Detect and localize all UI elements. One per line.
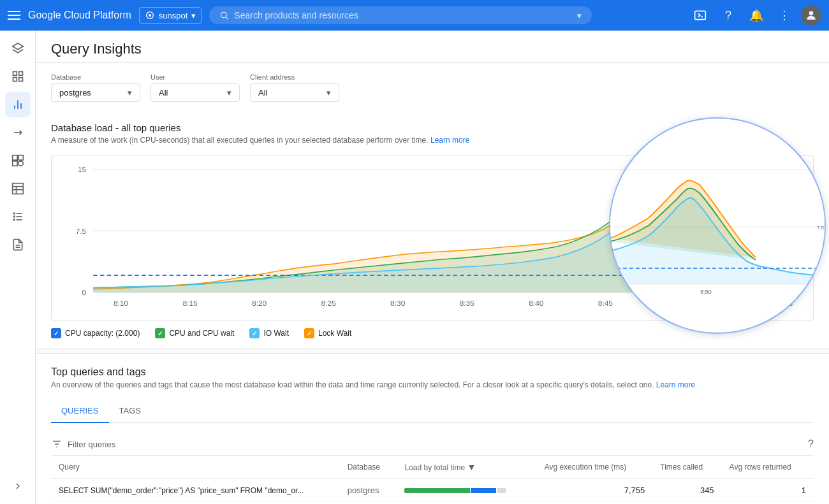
svg-line-3 xyxy=(226,17,228,19)
project-name: sunspot xyxy=(159,11,188,20)
sidebar-item-traffic[interactable] xyxy=(5,120,31,145)
tab-tags[interactable]: TAGS xyxy=(109,400,151,423)
svg-text:8:40: 8:40 xyxy=(529,299,544,308)
filter-client-select[interactable]: All ▾ xyxy=(250,83,339,102)
filter-user-value: All xyxy=(159,88,168,97)
svg-rect-10 xyxy=(13,78,17,82)
svg-text:7.5: 7.5 xyxy=(817,225,825,231)
cell-avg-exec: 14,975 xyxy=(537,502,653,505)
filter-row: Filter queries ? xyxy=(51,433,814,456)
page-header: Query Insights xyxy=(36,31,829,63)
svg-point-0 xyxy=(149,14,151,17)
queries-table: Query Database Load by total time ▼ Avg … xyxy=(51,456,814,504)
cell-times-called: 155 xyxy=(652,502,721,505)
filter-queries-button[interactable]: Filter queries xyxy=(51,438,115,450)
filters-bar: Database postgres ▾ User All ▾ Client ad… xyxy=(36,63,829,112)
hamburger-menu[interactable] xyxy=(8,11,20,20)
filter-database: Database postgres ▾ xyxy=(51,73,140,102)
svg-text:0: 0 xyxy=(82,288,87,297)
sidebar-item-table[interactable] xyxy=(5,176,31,201)
svg-text:8:20: 8:20 xyxy=(252,299,267,308)
legend-cpu-wait-checkbox: ✓ xyxy=(155,328,165,338)
chart-container: 15 7.5 0 xyxy=(51,155,814,320)
legend-cpu-capacity-label: CPU capacity: (2.000) xyxy=(65,329,140,338)
legend-cpu-wait[interactable]: ✓ CPU and CPU wait xyxy=(155,328,234,338)
queries-learn-more-link[interactable]: Learn more xyxy=(656,380,695,389)
chart-learn-more-link[interactable]: Learn more xyxy=(430,136,469,145)
filter-client-address: Client address All ▾ xyxy=(250,73,339,102)
search-expand-icon: ▾ xyxy=(577,11,582,20)
cell-avg-exec: 7,755 xyxy=(537,479,653,502)
svg-text:15: 15 xyxy=(818,168,824,173)
avatar[interactable] xyxy=(801,5,821,25)
cloud-shell-icon[interactable] xyxy=(689,4,712,27)
svg-text:15: 15 xyxy=(78,165,87,174)
nav-icons: ? 🔔 ⋮ xyxy=(689,4,821,27)
legend-cpu-capacity[interactable]: ✓ CPU capacity: (2.000) xyxy=(51,328,140,338)
legend-lock-wait-checkbox: ✓ xyxy=(304,328,314,338)
sidebar-item-report[interactable] xyxy=(5,232,31,257)
queries-tabs: QUERIES TAGS xyxy=(51,400,814,423)
search-icon xyxy=(219,10,229,20)
filter-queries-label: Filter queries xyxy=(68,440,115,449)
sidebar-item-dashboard[interactable] xyxy=(5,64,31,89)
col-load[interactable]: Load by total time ▼ xyxy=(397,456,536,479)
col-avg-rows: Avg rows returned xyxy=(722,456,814,479)
brand-name: Google Cloud Platform xyxy=(28,10,131,21)
filter-user-select[interactable]: All ▾ xyxy=(150,83,240,102)
chart-subtitle: A measure of the work (in CPU-seconds) t… xyxy=(51,136,814,145)
tab-queries[interactable]: QUERIES xyxy=(51,400,109,423)
search-bar[interactable]: ▾ xyxy=(209,6,592,24)
svg-text:8:50: 8:50 xyxy=(667,299,682,308)
chart-svg: 15 7.5 0 xyxy=(52,155,813,320)
more-icon[interactable]: ⋮ xyxy=(773,4,796,27)
filter-database-label: Database xyxy=(51,73,140,81)
col-query: Query xyxy=(51,456,340,479)
filter-database-value: postgres xyxy=(59,88,91,97)
project-selector[interactable]: sunspot ▾ xyxy=(139,7,202,24)
legend-io-wait[interactable]: ✓ IO Wait xyxy=(249,328,289,338)
project-dropdown-icon: ▾ xyxy=(191,11,196,20)
top-nav: Google Cloud Platform sunspot ▾ ▾ ? 🔔 ⋮ xyxy=(0,0,829,31)
sidebar-item-widgets[interactable] xyxy=(5,148,31,173)
legend-cpu-wait-label: CPU and CPU wait xyxy=(169,329,234,338)
chart-section: Database load - all top queries A measur… xyxy=(36,112,829,349)
cell-database: postgres xyxy=(340,502,397,505)
table-header-row: Query Database Load by total time ▼ Avg … xyxy=(51,456,814,479)
cell-load xyxy=(397,502,536,505)
filter-user-label: User xyxy=(150,73,240,81)
svg-text:9:05: 9:05 xyxy=(778,299,793,308)
notifications-icon[interactable]: 🔔 xyxy=(745,4,768,27)
filter-client-label: Client address xyxy=(250,73,339,81)
chart-title: Database load - all top queries xyxy=(51,122,814,133)
search-input[interactable] xyxy=(234,10,572,20)
svg-rect-8 xyxy=(13,72,17,76)
filter-user: User All ▾ xyxy=(150,73,240,102)
cell-database: postgres xyxy=(340,479,397,502)
svg-point-29 xyxy=(13,219,15,220)
help-icon[interactable]: ? xyxy=(717,4,740,27)
sidebar-item-insights[interactable] xyxy=(5,92,31,117)
table-row[interactable]: UPDATE "demo_customer" SET "balance" = (… xyxy=(51,502,814,505)
load-bar-segment xyxy=(404,488,470,493)
cell-load xyxy=(397,479,536,502)
sidebar-item-layers[interactable] xyxy=(5,36,31,61)
legend-lock-wait[interactable]: ✓ Lock Wait xyxy=(304,328,351,338)
legend-io-wait-checkbox: ✓ xyxy=(249,328,260,338)
svg-rect-16 xyxy=(12,155,17,161)
filter-icon xyxy=(51,438,62,450)
legend-lock-wait-label: Lock Wait xyxy=(318,329,351,338)
svg-text:8:15: 8:15 xyxy=(182,299,198,308)
table-row[interactable]: SELECT SUM("demo_order":"price") AS "pri… xyxy=(51,479,814,502)
svg-rect-9 xyxy=(18,72,22,76)
table-help-icon[interactable]: ? xyxy=(808,438,814,450)
filter-database-chevron: ▾ xyxy=(128,88,132,97)
svg-rect-20 xyxy=(12,184,23,194)
queries-section: Top queries and tags An overview of the … xyxy=(36,354,829,504)
legend-cpu-capacity-checkbox: ✓ xyxy=(51,328,61,338)
page-title: Query Insights xyxy=(51,41,814,57)
svg-point-27 xyxy=(13,213,15,214)
filter-database-select[interactable]: postgres ▾ xyxy=(51,83,140,102)
sidebar-expand-button[interactable] xyxy=(5,473,31,499)
sidebar-item-list[interactable] xyxy=(5,204,31,229)
